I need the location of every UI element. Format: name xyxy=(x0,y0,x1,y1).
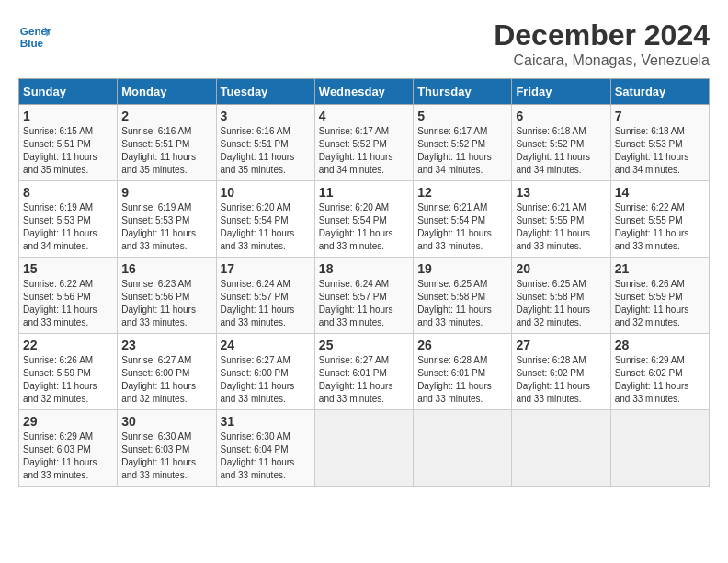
calendar-cell xyxy=(314,410,413,487)
day-info: Sunrise: 6:29 AM Sunset: 6:02 PM Dayligh… xyxy=(615,354,705,406)
day-info: Sunrise: 6:23 AM Sunset: 5:56 PM Dayligh… xyxy=(121,278,211,329)
day-info: Sunrise: 6:18 AM Sunset: 5:52 PM Dayligh… xyxy=(516,125,606,177)
day-info: Sunrise: 6:21 AM Sunset: 5:55 PM Dayligh… xyxy=(516,201,606,253)
day-number: 4 xyxy=(319,109,409,123)
day-info: Sunrise: 6:18 AM Sunset: 5:53 PM Dayligh… xyxy=(615,125,705,177)
day-number: 23 xyxy=(121,338,211,352)
calendar-cell xyxy=(414,410,512,487)
calendar-cell: 17Sunrise: 6:24 AM Sunset: 5:57 PM Dayli… xyxy=(216,258,314,334)
calendar-cell: 23Sunrise: 6:27 AM Sunset: 6:00 PM Dayli… xyxy=(118,334,216,410)
month-title: December 2024 xyxy=(494,18,710,52)
day-info: Sunrise: 6:19 AM Sunset: 5:53 PM Dayligh… xyxy=(121,201,211,253)
location-title: Caicara, Monagas, Venezuela xyxy=(494,52,710,69)
logo: General Blue xyxy=(18,18,55,52)
calendar-cell: 20Sunrise: 6:25 AM Sunset: 5:58 PM Dayli… xyxy=(512,258,610,334)
calendar-cell: 8Sunrise: 6:19 AM Sunset: 5:53 PM Daylig… xyxy=(19,181,118,258)
weekday-header-saturday: Saturday xyxy=(610,79,709,105)
day-info: Sunrise: 6:19 AM Sunset: 5:53 PM Dayligh… xyxy=(23,201,113,253)
day-number: 14 xyxy=(615,185,705,200)
calendar-cell: 18Sunrise: 6:24 AM Sunset: 5:57 PM Dayli… xyxy=(314,258,413,334)
day-info: Sunrise: 6:28 AM Sunset: 6:01 PM Dayligh… xyxy=(417,354,507,406)
calendar-cell: 14Sunrise: 6:22 AM Sunset: 5:55 PM Dayli… xyxy=(610,181,709,258)
day-info: Sunrise: 6:30 AM Sunset: 6:03 PM Dayligh… xyxy=(121,431,211,482)
calendar: SundayMondayTuesdayWednesdayThursdayFrid… xyxy=(18,78,710,487)
day-info: Sunrise: 6:28 AM Sunset: 6:02 PM Dayligh… xyxy=(516,354,606,406)
day-number: 6 xyxy=(516,109,606,123)
week-row-1: 1Sunrise: 6:15 AM Sunset: 5:51 PM Daylig… xyxy=(19,105,710,181)
day-number: 5 xyxy=(417,109,507,123)
calendar-cell: 7Sunrise: 6:18 AM Sunset: 5:53 PM Daylig… xyxy=(610,105,709,181)
calendar-cell: 4Sunrise: 6:17 AM Sunset: 5:52 PM Daylig… xyxy=(314,105,413,181)
day-number: 16 xyxy=(121,261,211,276)
day-number: 1 xyxy=(23,109,113,123)
header: General Blue December 2024 Caicara, Mona… xyxy=(18,18,710,69)
day-info: Sunrise: 6:27 AM Sunset: 6:01 PM Dayligh… xyxy=(319,354,409,406)
day-number: 12 xyxy=(417,185,507,200)
day-number: 22 xyxy=(23,338,113,352)
calendar-cell: 22Sunrise: 6:26 AM Sunset: 5:59 PM Dayli… xyxy=(19,334,118,410)
calendar-cell: 2Sunrise: 6:16 AM Sunset: 5:51 PM Daylig… xyxy=(118,105,216,181)
weekday-header-wednesday: Wednesday xyxy=(314,79,413,105)
day-info: Sunrise: 6:22 AM Sunset: 5:56 PM Dayligh… xyxy=(23,278,113,329)
calendar-cell: 29Sunrise: 6:29 AM Sunset: 6:03 PM Dayli… xyxy=(19,410,118,487)
week-row-5: 29Sunrise: 6:29 AM Sunset: 6:03 PM Dayli… xyxy=(19,410,710,487)
day-info: Sunrise: 6:21 AM Sunset: 5:54 PM Dayligh… xyxy=(417,201,507,253)
day-number: 3 xyxy=(221,109,311,123)
weekday-header-tuesday: Tuesday xyxy=(216,79,314,105)
day-info: Sunrise: 6:26 AM Sunset: 5:59 PM Dayligh… xyxy=(615,278,705,329)
weekday-header-sunday: Sunday xyxy=(19,79,118,105)
logo-icon: General Blue xyxy=(18,18,51,52)
calendar-cell: 15Sunrise: 6:22 AM Sunset: 5:56 PM Dayli… xyxy=(19,258,118,334)
calendar-cell: 6Sunrise: 6:18 AM Sunset: 5:52 PM Daylig… xyxy=(512,105,610,181)
day-number: 10 xyxy=(221,185,311,200)
day-number: 15 xyxy=(23,261,113,276)
day-number: 11 xyxy=(319,185,409,200)
day-number: 26 xyxy=(417,338,507,352)
calendar-cell xyxy=(610,410,709,487)
calendar-cell: 16Sunrise: 6:23 AM Sunset: 5:56 PM Dayli… xyxy=(118,258,216,334)
day-number: 18 xyxy=(319,261,409,276)
day-info: Sunrise: 6:16 AM Sunset: 5:51 PM Dayligh… xyxy=(121,125,211,177)
day-info: Sunrise: 6:22 AM Sunset: 5:55 PM Dayligh… xyxy=(615,201,705,253)
day-number: 21 xyxy=(615,261,705,276)
calendar-cell: 10Sunrise: 6:20 AM Sunset: 5:54 PM Dayli… xyxy=(216,181,314,258)
calendar-cell: 30Sunrise: 6:30 AM Sunset: 6:03 PM Dayli… xyxy=(118,410,216,487)
day-number: 31 xyxy=(221,414,311,429)
day-number: 25 xyxy=(319,338,409,352)
day-number: 17 xyxy=(221,261,311,276)
day-number: 27 xyxy=(516,338,606,352)
weekday-header-friday: Friday xyxy=(512,79,610,105)
svg-text:Blue: Blue xyxy=(20,37,44,49)
day-info: Sunrise: 6:24 AM Sunset: 5:57 PM Dayligh… xyxy=(319,278,409,329)
calendar-cell: 21Sunrise: 6:26 AM Sunset: 5:59 PM Dayli… xyxy=(610,258,709,334)
day-info: Sunrise: 6:25 AM Sunset: 5:58 PM Dayligh… xyxy=(516,278,606,329)
day-number: 9 xyxy=(121,185,211,200)
calendar-cell: 31Sunrise: 6:30 AM Sunset: 6:04 PM Dayli… xyxy=(216,410,314,487)
day-info: Sunrise: 6:16 AM Sunset: 5:51 PM Dayligh… xyxy=(221,125,311,177)
day-info: Sunrise: 6:15 AM Sunset: 5:51 PM Dayligh… xyxy=(23,125,113,177)
weekday-header-row: SundayMondayTuesdayWednesdayThursdayFrid… xyxy=(19,79,710,105)
calendar-cell: 13Sunrise: 6:21 AM Sunset: 5:55 PM Dayli… xyxy=(512,181,610,258)
day-number: 30 xyxy=(121,414,211,429)
calendar-cell: 3Sunrise: 6:16 AM Sunset: 5:51 PM Daylig… xyxy=(216,105,314,181)
calendar-cell: 24Sunrise: 6:27 AM Sunset: 6:00 PM Dayli… xyxy=(216,334,314,410)
weekday-header-thursday: Thursday xyxy=(414,79,512,105)
calendar-cell: 12Sunrise: 6:21 AM Sunset: 5:54 PM Dayli… xyxy=(414,181,512,258)
calendar-cell: 27Sunrise: 6:28 AM Sunset: 6:02 PM Dayli… xyxy=(512,334,610,410)
day-number: 13 xyxy=(516,185,606,200)
weekday-header-monday: Monday xyxy=(118,79,216,105)
day-info: Sunrise: 6:17 AM Sunset: 5:52 PM Dayligh… xyxy=(417,125,507,177)
calendar-cell: 28Sunrise: 6:29 AM Sunset: 6:02 PM Dayli… xyxy=(610,334,709,410)
day-number: 19 xyxy=(417,261,507,276)
day-info: Sunrise: 6:27 AM Sunset: 6:00 PM Dayligh… xyxy=(121,354,211,406)
calendar-cell: 9Sunrise: 6:19 AM Sunset: 5:53 PM Daylig… xyxy=(118,181,216,258)
day-info: Sunrise: 6:20 AM Sunset: 5:54 PM Dayligh… xyxy=(221,201,311,253)
day-number: 20 xyxy=(516,261,606,276)
calendar-cell: 26Sunrise: 6:28 AM Sunset: 6:01 PM Dayli… xyxy=(414,334,512,410)
calendar-cell xyxy=(512,410,610,487)
day-info: Sunrise: 6:17 AM Sunset: 5:52 PM Dayligh… xyxy=(319,125,409,177)
title-area: December 2024 Caicara, Monagas, Venezuel… xyxy=(494,18,710,69)
week-row-4: 22Sunrise: 6:26 AM Sunset: 5:59 PM Dayli… xyxy=(19,334,710,410)
day-number: 7 xyxy=(615,109,705,123)
day-info: Sunrise: 6:25 AM Sunset: 5:58 PM Dayligh… xyxy=(417,278,507,329)
